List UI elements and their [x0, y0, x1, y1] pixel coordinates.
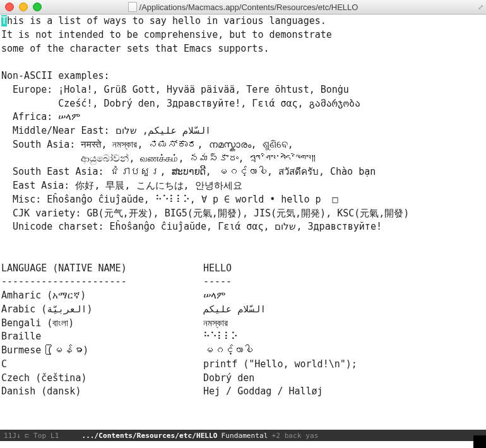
row-lang: Arabic (العربيّة): [1, 303, 203, 317]
table-row: Burmese (မြန်မာ)မင်္ဂလာပါ: [1, 344, 357, 358]
examples-south-asia-1: South Asia: नमस्ते, নমস্কার, ನಮಸ್ಕಾರ, നമ…: [1, 139, 293, 150]
minimize-icon[interactable]: [19, 3, 28, 11]
scroll-corner: [473, 435, 486, 448]
row-hello: Hej / Goddag / Halløj: [203, 385, 357, 399]
editor-buffer[interactable]: This is a list of ways to say hello in v…: [0, 15, 486, 430]
examples-africa: Africa: ሠላም: [1, 111, 80, 122]
row-hello: မင်္ဂလာပါ: [203, 344, 357, 358]
table-row: Amharic (አማርኛ)ሠላም: [1, 289, 357, 303]
modeline: 11J↓ ⊏ Top L1 .../Contents/Resources/etc…: [0, 430, 486, 441]
row-lang: Burmese (မြန်မာ): [1, 344, 203, 358]
header-lang: LANGUAGE (NATIVE NAME): [1, 262, 203, 276]
modeline-minor-modes: +2 back yas: [271, 432, 318, 440]
examples-cjk-variety: CJK variety: GB(元气,开发), BIG5(元氣,開發), JIS…: [1, 208, 409, 219]
table-row: Cprintf ("Hello, world!\n");: [1, 358, 357, 372]
close-icon[interactable]: [5, 3, 14, 11]
window-title-text: /Applications/Macmacs.app/Contents/Resou…: [139, 3, 359, 12]
table-rule-row: ---------------------------: [1, 275, 357, 289]
fullscreen-icon[interactable]: ⤢: [478, 3, 483, 11]
examples-middle-east: Middle/Near East: السّلام عليكم, שלום: [1, 125, 211, 136]
row-hello: Dobrý den: [203, 372, 357, 386]
table-row: Braille⠓⠑⠇⠇⠕: [1, 330, 357, 344]
rule-lang: ----------------------: [1, 275, 203, 289]
row-lang: Czech (čeština): [1, 372, 203, 386]
row-lang: Danish (dansk): [1, 385, 203, 399]
intro-line-3: some of the character sets that Emacs su…: [1, 43, 269, 54]
examples-heading: Non-ASCII examples:: [1, 70, 110, 81]
examples-south-east-asia: South East Asia: ជំរាបសួរ, ສະບາຍດີ, မင်္…: [1, 166, 376, 177]
table-row: Arabic (العربيّة)السّلام عليكم: [1, 303, 357, 317]
table-row: Czech (čeština)Dobrý den: [1, 372, 357, 386]
row-lang: C: [1, 358, 203, 372]
examples-unicode-charset: Unicode charset: Eĥoŝanĝo ĉiuĵaŭde, Γειά…: [1, 221, 382, 232]
document-icon: [128, 2, 137, 12]
examples-south-asia-2: ආයුබෝවන්, வணக்கம், నమస్కారం, བཀྲ་ཤིས་བདེ…: [1, 153, 316, 164]
rule-hello: -----: [203, 275, 357, 289]
header-hello: HELLO: [203, 262, 357, 276]
language-table: LANGUAGE (NATIVE NAME)HELLO ------------…: [1, 262, 357, 399]
row-lang: Braille: [1, 330, 203, 344]
modeline-major-mode: Fundamental: [222, 432, 268, 440]
row-lang: Amharic (አማርኛ): [1, 289, 203, 303]
table-header-row: LANGUAGE (NATIVE NAME)HELLO: [1, 262, 357, 276]
titlebar: /Applications/Macmacs.app/Contents/Resou…: [0, 0, 486, 15]
cursor: T: [1, 15, 7, 27]
table-row: Bengali (বাংলা)নমস্কার: [1, 317, 357, 331]
examples-east-asia: East Asia: 你好, 早晨, こんにちは, 안녕하세요: [1, 180, 242, 191]
row-hello: ሠላም: [203, 289, 357, 303]
modeline-position: 11J↓ ⊏ Top L1: [4, 432, 59, 440]
examples-europe-2: Cześć!, Dobrý den, Здравствуйте!, Γειά σ…: [1, 98, 360, 109]
examples-misc: Misc: Eĥoŝanĝo ĉiuĵaŭde, ⠓⠑⠇⠇⠕, ∀ p ∈ wo…: [1, 194, 338, 205]
intro-line-1: his is a list of ways to say hello in va…: [7, 15, 326, 27]
examples-europe-1: Europe: ¡Hola!, Grüß Gott, Hyvää päivää,…: [1, 84, 349, 95]
row-hello: নমস্কার: [203, 317, 357, 331]
row-hello: ⠓⠑⠇⠇⠕: [203, 330, 357, 344]
window-controls: [0, 3, 42, 11]
row-hello: printf ("Hello, world!\n");: [203, 358, 357, 372]
modeline-path: .../Contents/Resources/etc/HELLO: [81, 432, 217, 440]
table-row: Danish (dansk)Hej / Goddag / Halløj: [1, 385, 357, 399]
zoom-icon[interactable]: [33, 3, 42, 11]
row-hello: السّلام عليكم: [203, 303, 357, 317]
intro-line-2: It is not intended to be comprehensive, …: [1, 29, 332, 40]
row-lang: Bengali (বাংলা): [1, 317, 203, 331]
window-title: /Applications/Macmacs.app/Contents/Resou…: [0, 2, 486, 12]
minibuffer[interactable]: [0, 441, 486, 448]
